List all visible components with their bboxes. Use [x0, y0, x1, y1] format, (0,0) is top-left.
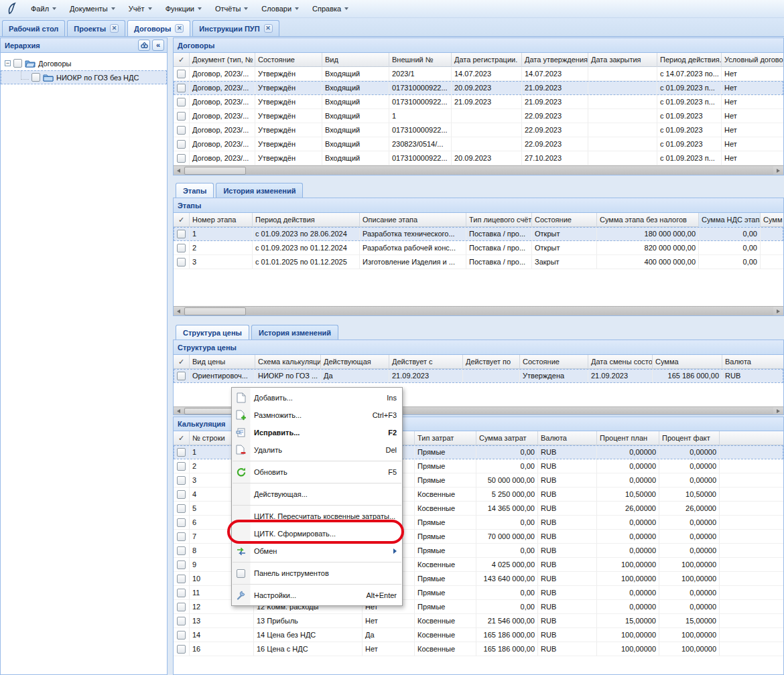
table-row[interactable]: 1313 ПрибыльНетКосвенные21 546 000,00RUB…: [174, 614, 783, 628]
menu-item-delete[interactable]: Удалить Del: [232, 441, 402, 459]
column-header[interactable]: ✓: [174, 53, 190, 67]
column-header[interactable]: Сумма: [653, 355, 722, 369]
scroll-left-button[interactable]: [174, 407, 184, 415]
menu-functions[interactable]: Функции: [159, 2, 208, 15]
column-header[interactable]: Действующая: [321, 355, 389, 369]
row-checkbox[interactable]: [174, 369, 190, 383]
row-checkbox[interactable]: [174, 459, 190, 473]
row-checkbox[interactable]: [174, 255, 190, 269]
table-row[interactable]: Ориентировоч...НИОКР по ГОЗ ...Да21.09.2…: [174, 369, 783, 383]
row-checkbox[interactable]: [174, 81, 190, 95]
row-checkbox[interactable]: [174, 600, 190, 614]
row-checkbox[interactable]: [174, 487, 190, 502]
column-header[interactable]: Схема калькуляци: [255, 355, 321, 369]
row-checkbox[interactable]: [174, 109, 190, 123]
find-button[interactable]: [138, 40, 150, 51]
table-row[interactable]: Договор, 2023/...УтверждёнВходящий017310…: [174, 95, 783, 109]
column-header[interactable]: Документ (тип, №: [190, 53, 255, 67]
tab-desktop[interactable]: Рабочий стол: [2, 20, 65, 36]
row-checkbox[interactable]: [174, 473, 190, 487]
column-header[interactable]: Валюта: [722, 355, 784, 369]
row-checkbox[interactable]: [174, 123, 190, 137]
row-checkbox[interactable]: [174, 530, 190, 544]
scroll-left-button[interactable]: [174, 307, 184, 316]
column-header[interactable]: [720, 431, 784, 445]
row-checkbox[interactable]: [174, 241, 190, 255]
scroll-left-button[interactable]: [174, 166, 184, 175]
menu-item-current[interactable]: Действующая...: [232, 485, 402, 503]
column-header[interactable]: Дата регистрации.: [452, 53, 522, 67]
column-header[interactable]: Вид: [322, 53, 389, 67]
menu-item-add[interactable]: Добавить... Ins: [232, 389, 402, 406]
column-header[interactable]: Процент факт: [659, 431, 720, 445]
scroll-right-button[interactable]: [773, 407, 783, 415]
column-header[interactable]: Состояние: [255, 53, 322, 67]
tree-item-contracts[interactable]: − Договоры: [1, 56, 167, 70]
table-row[interactable]: Договор, 2023/...УтверждёнВходящий2023/1…: [174, 67, 783, 81]
column-header[interactable]: Тип затрат: [415, 431, 476, 445]
tab-close-icon[interactable]: ✕: [264, 24, 273, 33]
table-row[interactable]: 3с 01.01.2025 по 01.12.2025Изготовление …: [174, 255, 783, 269]
column-header[interactable]: Внешний №: [389, 53, 452, 67]
column-header[interactable]: Процент план: [597, 431, 659, 445]
tree-checkbox[interactable]: [31, 73, 40, 82]
row-checkbox[interactable]: [174, 558, 190, 572]
tab-price-history[interactable]: История изменений: [251, 325, 338, 340]
table-row[interactable]: 2с 01.09.2023 по 01.12.2024Разработка ра…: [174, 241, 783, 255]
menu-accounting[interactable]: Учёт: [122, 2, 159, 15]
column-header[interactable]: Состояние: [520, 355, 588, 369]
tab-projects[interactable]: Проекты✕: [67, 20, 125, 36]
row-checkbox[interactable]: [174, 572, 190, 586]
column-header[interactable]: Тип лицевого счёт: [466, 213, 532, 227]
column-header[interactable]: Сумма затрат: [476, 431, 538, 445]
column-header[interactable]: ✓: [174, 431, 190, 445]
table-row[interactable]: Договор, 2023/...УтверждёнВходящий017310…: [174, 151, 783, 165]
table-row[interactable]: Договор, 2023/...УтверждёнВходящий017310…: [174, 81, 783, 95]
collapse-sidebar-button[interactable]: «: [152, 40, 164, 51]
tab-stages-history[interactable]: История изменений: [216, 183, 303, 198]
column-header[interactable]: Период действия: [253, 213, 360, 227]
column-header[interactable]: Дата утверждения: [522, 53, 588, 67]
column-header[interactable]: Валюта: [538, 431, 597, 445]
tab-price-structure[interactable]: Структура цены: [176, 325, 249, 340]
table-row[interactable]: Договор, 2023/...УтверждёнВходящий017310…: [174, 123, 783, 137]
menu-item-edit[interactable]: Исправить... F2: [232, 424, 402, 441]
column-header[interactable]: Сумма этапа без налогов: [597, 213, 699, 227]
tree-expander-icon[interactable]: −: [5, 60, 11, 66]
table-row[interactable]: Договор, 2023/...УтверждёнВходящий230823…: [174, 137, 783, 151]
tree-item-niokr[interactable]: НИОКР по ГОЗ без НДС: [1, 70, 167, 84]
column-header[interactable]: Сумм: [761, 213, 784, 227]
row-checkbox[interactable]: [174, 227, 190, 241]
row-checkbox[interactable]: [174, 445, 190, 459]
table-row[interactable]: 1616 Цена с НДСНетКосвенные165 186 000,0…: [174, 642, 783, 656]
column-header[interactable]: Номер этапа: [190, 213, 253, 227]
row-checkbox[interactable]: [174, 502, 190, 516]
row-checkbox[interactable]: [174, 544, 190, 558]
row-checkbox[interactable]: [174, 516, 190, 530]
scroll-right-button[interactable]: [773, 166, 783, 175]
column-header[interactable]: Действует по: [463, 355, 520, 369]
table-row[interactable]: 1с 01.09.2023 по 28.06.2024Разработка те…: [174, 227, 783, 241]
column-header[interactable]: Условный догово: [722, 53, 784, 67]
table-row[interactable]: Договор, 2023/...УтверждёнВходящий122.09…: [174, 109, 783, 123]
tab-contracts[interactable]: Договоры✕: [127, 20, 190, 36]
column-header[interactable]: Описание этапа: [360, 213, 466, 227]
row-checkbox[interactable]: [174, 67, 190, 81]
menu-reports[interactable]: Отчёты: [208, 2, 255, 15]
column-header[interactable]: ✓: [174, 355, 190, 369]
scrollbar-thumb[interactable]: [184, 307, 246, 315]
row-checkbox[interactable]: [174, 642, 190, 656]
menu-item-duplicate[interactable]: Размножить... Ctrl+F3: [232, 406, 402, 424]
tab-close-icon[interactable]: ✕: [175, 24, 184, 33]
menu-documents[interactable]: Документы: [63, 2, 122, 15]
tree-checkbox[interactable]: [13, 59, 22, 68]
column-header[interactable]: Сумма НДС этапа: [699, 213, 761, 227]
scrollbar-thumb[interactable]: [184, 167, 246, 175]
column-header[interactable]: Состояние: [532, 213, 597, 227]
menu-item-settings[interactable]: Настройки... Alt+Enter: [232, 587, 402, 604]
column-header[interactable]: Дата смены состоя: [588, 355, 653, 369]
menu-help[interactable]: Справка: [306, 2, 355, 15]
tab-close-icon[interactable]: ✕: [110, 24, 119, 33]
tab-stages[interactable]: Этапы: [176, 183, 214, 198]
horizontal-scrollbar[interactable]: [174, 306, 783, 315]
